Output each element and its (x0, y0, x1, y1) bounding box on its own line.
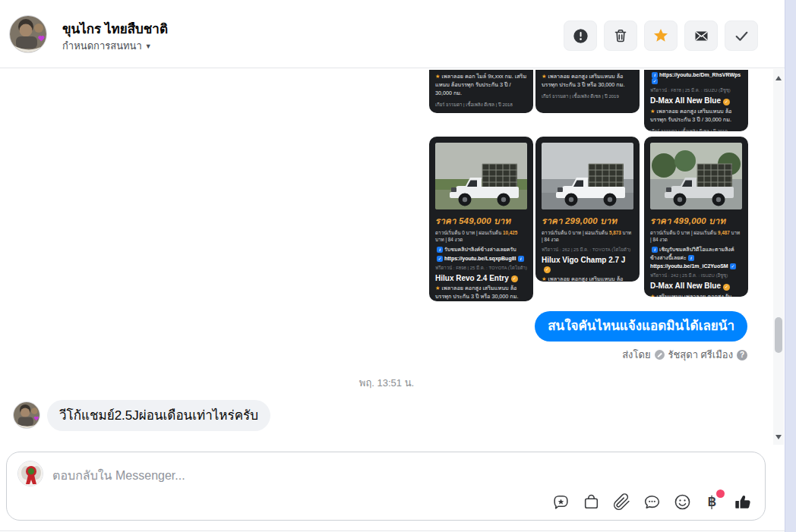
youtube-link[interactable]: https://youtu.be/1m_iC2YuoSM✓ (650, 263, 742, 269)
thumbs-up-icon (734, 492, 753, 512)
car-listing-card[interactable]: ราคา 299,000 บาท ดาวน์เริ่มต้น 0 บาท | ผ… (535, 137, 640, 282)
info-icon: i (652, 72, 658, 78)
listing-meta: ฟรีดาวน์ : F878 | 25 มี.ค. : ISUZU (อีซู… (650, 87, 742, 94)
verified-icon: ✓ (511, 275, 518, 282)
trash-icon (613, 28, 628, 43)
car-title: Hilux Revo 2.4 Entry✓ (435, 274, 527, 283)
sent-by-label: ส่งโดย (622, 347, 650, 363)
sent-by-line: ส่งโดย รัชสุดา ศรีเมือง ? (622, 347, 747, 363)
chat-scrollbar[interactable] (773, 69, 784, 445)
car-title: D-Max All New Blue✓ (650, 282, 742, 291)
promo-line: iเชิญรับชมคลิปวิดีโอและตามลิงค์ข้างล่างน… (650, 246, 742, 262)
info-icon: i (652, 247, 658, 253)
check-icon: ✓ (652, 78, 658, 84)
car-listing-card[interactable]: ihttps://youtu.be/Dm_RhsVRWps✓ ฟรีดาวน์ … (644, 70, 748, 131)
admin-badge-icon (655, 350, 665, 360)
car-title: Hilux Vigo Champ 2.7 J✓ (542, 256, 633, 273)
attach-button[interactable] (612, 493, 631, 512)
car-description: ★ เสริมแหนบ เพลาลอย คอกสูง รับประกัน 3 ป… (650, 292, 742, 297)
car-title: D-Max All New Blue✓ (650, 96, 742, 105)
info-icon: i (688, 255, 694, 261)
page-avatar (17, 461, 43, 486)
verified-icon: ✓ (723, 284, 730, 291)
sticker-icon (551, 493, 570, 512)
page-logo (18, 461, 43, 486)
contact-avatar[interactable] (9, 15, 47, 53)
promo-line: iรับชมคลิปฯลิงค์ข้างล่างเลยครับ (435, 246, 527, 254)
car-description: ★ เพลาลอย คอกสูง เสริมแหนบ ล้อบรรทุก รับ… (650, 107, 742, 124)
help-icon[interactable]: ? (737, 350, 747, 360)
sender-avatar[interactable] (13, 401, 40, 429)
timestamp-divider: พฤ. 13:51 น. (0, 375, 773, 391)
car-description: ★ เพลาลอย คอกสูง เสริมแหนบ ล้อบรรทุก ประ… (542, 275, 633, 282)
info-icon: i (437, 247, 443, 253)
car-listing-card[interactable]: ราคา 549,000 บาท ดาวน์เริ่มต้น 0 บาท | ผ… (429, 137, 533, 301)
verified-icon: ✓ (544, 266, 551, 273)
scroll-up-arrow[interactable] (775, 76, 782, 80)
car-price: ราคา 299,000 บาท (542, 214, 633, 228)
car-listing-card[interactable]: ราคา 499,000 บาท ดาวน์เริ่มต้น 0 บาท | ผ… (644, 137, 748, 297)
car-description: ★ เพลาลอย คอกสูง เสริมแหนบ ล้อบรรทุก ประ… (435, 284, 527, 301)
sender-avatar-photo (14, 402, 40, 429)
check-icon (734, 28, 750, 44)
contact-name: ขุนไกร ไทยสืบชาติ (62, 18, 168, 39)
sent-message-bubble: สนใจคันไหนแจ้งแอดมินได้เลยน้า (535, 311, 747, 342)
car-description: ★ เพลาลอย คอกสูง เสริมแหนบ ล้อบรรทุก ประ… (542, 72, 633, 89)
composer-toolbar: B (551, 493, 753, 512)
listing-meta: ฟรีดาวน์ : F898 | 25 มี.ค. : TOYOTA (โตโ… (435, 264, 527, 272)
scroll-down-arrow[interactable] (775, 435, 782, 439)
star-icon (652, 27, 669, 44)
check-icon: ✓ (437, 256, 443, 262)
listing-meta: ฟรีดาวน์ : 242 | 25 มี.ค. : ISUZU (อีซูซ… (650, 272, 742, 279)
message-thread: ★ เพลาลอย คอก ไมล์ 9x,xxx กม. เสริมแหนบ … (0, 69, 785, 445)
car-description: ★ เพลาลอย คอก ไมล์ 9x,xxx กม. เสริมแหนบ … (435, 72, 527, 97)
car-listing-card[interactable]: ★ เพลาลอย คอกสูง เสริมแหนบ ล้อบรรทุก ประ… (535, 70, 640, 113)
reply-composer[interactable]: ตอบกลับใน Messenger... (6, 452, 766, 521)
youtube-link[interactable]: ✓https://youtu.be/LsqxpBugIIIi (435, 256, 527, 262)
car-specs-footer: เกียร์ ธรรมดา | เชื้อเพลิง ดีเซล | ปี 20… (542, 93, 633, 100)
like-button[interactable] (734, 493, 753, 512)
car-listing-card[interactable]: ★ เพลาลอย คอก ไมล์ 9x,xxx กม. เสริมแหนบ … (429, 70, 533, 113)
messenger-inbox-page: ขุนไกร ไทยสืบชาติ กำหนดการสนทนา▼ (0, 0, 796, 532)
window-edge-strip (785, 0, 796, 532)
finance-line: ดาวน์เริ่มต้น 0 บาท | ผ่อนเริ่มต้น 5,873… (542, 230, 633, 243)
car-photo (542, 143, 633, 209)
sticker-button[interactable] (551, 493, 570, 512)
car-specs-footer: เกียร์ ธรรมดา | เชื้อเพลิง ดีเซล | ปี 20… (435, 101, 527, 109)
emoji-icon (673, 493, 692, 512)
mark-unread-button[interactable] (684, 20, 718, 51)
notification-dot (716, 490, 725, 498)
check-icon: ✓ (730, 263, 736, 269)
conversation-schedule-dropdown[interactable]: กำหนดการสนทนา▼ (62, 38, 152, 54)
finance-line: ดาวน์เริ่มต้น 0 บาท | ผ่อนเริ่มต้น 9,487… (650, 230, 742, 243)
info-icon: i (518, 256, 524, 262)
payment-button[interactable]: B (703, 493, 722, 512)
verified-icon: ✓ (723, 99, 730, 105)
bottom-divider (0, 530, 785, 531)
comment-icon (643, 493, 662, 512)
reply-input[interactable]: ตอบกลับใน Messenger... (52, 466, 185, 485)
saved-replies-button[interactable] (643, 493, 662, 512)
conversation-header: ขุนไกร ไทยสืบชาติ กำหนดการสนทนา▼ (0, 0, 785, 68)
star-button[interactable] (644, 20, 678, 51)
contact-avatar-photo (10, 16, 47, 53)
shopping-bag-icon (582, 493, 601, 512)
car-price: ราคา 499,000 บาท (650, 214, 742, 228)
car-photo (650, 143, 742, 209)
mark-done-button[interactable] (725, 20, 758, 51)
car-photo (435, 143, 527, 209)
paperclip-icon (612, 493, 631, 512)
emoji-button[interactable] (673, 493, 692, 512)
delete-button[interactable] (604, 20, 637, 51)
finance-line: ดาวน์เริ่มต้น 0 บาท | ผ่อนเริ่มต้น 10,42… (435, 230, 527, 243)
received-message-bubble: วีโก้แชมย์2.5Jผ่อนเดือนเท่าไหร่ครับ (47, 400, 270, 431)
listing-meta: ฟรีดาวน์ : 262 | 25 มี.ค. : TOYOTA (โตโย… (542, 246, 633, 253)
report-icon (573, 28, 589, 44)
chevron-down-icon: ▼ (145, 42, 152, 50)
scrollbar-thumb[interactable] (775, 317, 782, 353)
shop-bag-button[interactable] (582, 493, 601, 512)
report-button[interactable] (564, 20, 597, 51)
car-specs-footer: เกียร์ ธรรมดา | เชื้อเพลิง ดีเซล | ปี 20… (650, 127, 742, 131)
sender-name: รัชสุดา ศรีเมือง (668, 347, 734, 363)
youtube-link[interactable]: ihttps://youtu.be/Dm_RhsVRWps✓ (650, 72, 742, 84)
